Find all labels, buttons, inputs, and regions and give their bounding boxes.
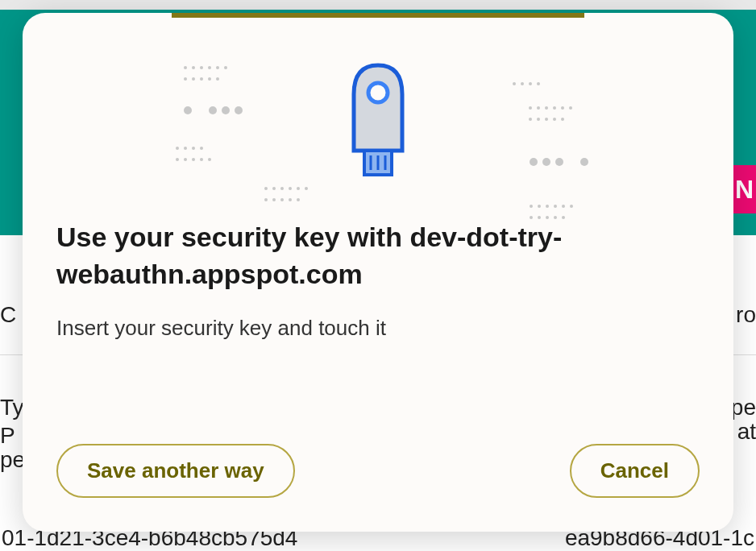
svg-point-0 [368, 83, 388, 102]
bg-text-fragment: ro [736, 302, 756, 328]
save-another-way-button[interactable]: Save another way [56, 444, 295, 498]
dialog-subtitle: Insert your security key and touch it [56, 316, 700, 341]
bg-text-fragment: pe [731, 395, 756, 420]
decorative-dots [184, 66, 243, 118]
dialog-title: Use your security key with dev-dot-try-w… [56, 219, 700, 293]
decorative-dots [264, 187, 308, 201]
bg-text-fragment: pe [0, 447, 25, 473]
bg-text-fragment: P [0, 423, 15, 449]
decorative-dots [513, 82, 540, 85]
cancel-button[interactable]: Cancel [570, 444, 700, 498]
decorative-dots [530, 155, 588, 219]
bg-text-fragment: at [737, 419, 756, 445]
dialog-content: Use your security key with dev-dot-try-w… [23, 219, 733, 420]
security-key-dialog: Use your security key with dev-dot-try-w… [23, 13, 733, 532]
security-key-illustration [23, 18, 733, 219]
bg-text-fragment: C [0, 302, 16, 328]
security-key-icon [338, 54, 418, 183]
background-badge: N [732, 165, 756, 213]
decorative-dots [176, 147, 211, 161]
decorative-dots [529, 106, 572, 121]
bg-text-fragment: Ty [0, 395, 24, 420]
dialog-actions: Save another way Cancel [23, 420, 733, 532]
